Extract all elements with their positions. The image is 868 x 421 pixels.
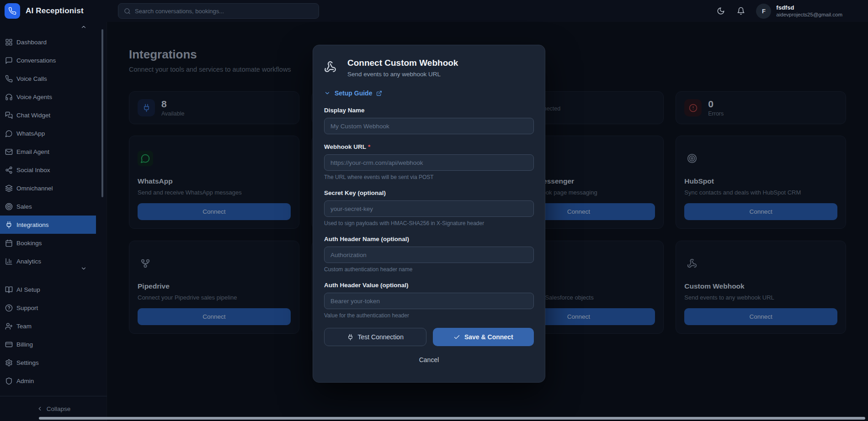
horizontal-scrollbar[interactable] [39, 417, 865, 420]
sidebar-item-label: Social Inbox [16, 167, 50, 174]
calendar-icon [5, 239, 13, 247]
form-group-auth-header-name-optional: Auth Header Name (optional)Custom authen… [324, 236, 534, 273]
form-group-secret-key-optional: Secret Key (optional)Used to sign payloa… [324, 189, 534, 226]
headphones-icon [5, 93, 13, 101]
modal-header: Connect Custom Webhook Send events to an… [324, 58, 534, 78]
bar-chart-icon [5, 258, 13, 265]
user-plus-icon [5, 322, 13, 330]
sidebar-item-label: Email Agent [16, 148, 49, 155]
connect-webhook-modal: Connect Custom Webhook Send events to an… [313, 45, 545, 383]
sidebar-item-label: Voice Agents [16, 94, 52, 100]
sidebar-item-email-agent[interactable]: Email Agent [0, 142, 96, 161]
modal-title: Connect Custom Webhook [347, 58, 458, 68]
plug-icon [5, 221, 13, 229]
sidebar-item-label: Conversations [16, 57, 56, 64]
plug-icon [347, 334, 354, 341]
check-icon [453, 334, 460, 341]
sidebar-item-chat-widget[interactable]: Chat Widget [0, 106, 96, 124]
collapse-label: Collapse [47, 405, 71, 412]
webhook-url-input[interactable] [324, 154, 534, 171]
sidebar-item-label: Sales [16, 203, 32, 210]
phone-icon [5, 75, 13, 83]
sidebar-scroll-down-icon[interactable] [80, 265, 87, 272]
app-title: AI Receptionist [26, 6, 84, 16]
sidebar-item-omnichannel[interactable]: Omnichannel [0, 179, 96, 197]
shield-icon [5, 377, 13, 385]
sidebar-item-label: Chat Widget [16, 112, 50, 119]
chevron-left-icon [37, 405, 43, 412]
cancel-button[interactable]: Cancel [419, 356, 439, 363]
user-menu[interactable]: F fsdfsd aidevprojects25@gmail.com [756, 4, 842, 19]
sidebar-item-label: Team [16, 323, 32, 330]
app-logo [5, 3, 20, 19]
sidebar-item-voice-calls[interactable]: Voice Calls [0, 69, 96, 88]
field-label: Webhook URL* [324, 143, 534, 150]
sidebar-item-whatsapp[interactable]: WhatsApp [0, 124, 96, 142]
top-bar: AI Receptionist F fsdfsd aidevprojects25… [0, 0, 868, 22]
help-circle-icon [5, 304, 13, 312]
user-email: aidevprojects25@gmail.com [776, 11, 842, 18]
collapse-sidebar-button[interactable]: Collapse [0, 402, 107, 416]
sidebar-item-label: Billing [16, 341, 33, 348]
user-name: fsdfsd [776, 4, 842, 11]
sidebar-nav-secondary: AI SetupSupportTeamBillingSettingsAdmin [0, 280, 107, 390]
modal-subtitle: Send events to any webhook URL [347, 71, 458, 78]
form-group-auth-header-value-optional: Auth Header Value (optional)Value for th… [324, 282, 534, 319]
sidebar-item-sales[interactable]: Sales [0, 197, 96, 216]
topbar-actions: F fsdfsd aidevprojects25@gmail.com [716, 0, 842, 22]
phone-icon [8, 7, 16, 15]
sidebar-item-social-inbox[interactable]: Social Inbox [0, 161, 96, 179]
field-label: Auth Header Name (optional) [324, 236, 534, 242]
field-label: Auth Header Value (optional) [324, 282, 534, 289]
field-helper: Value for the authentication header [324, 312, 534, 319]
sidebar-item-admin[interactable]: Admin [0, 372, 96, 390]
share-2-icon [5, 166, 13, 174]
auth-header-value-optional-input[interactable] [324, 293, 534, 309]
gear-icon [5, 359, 13, 367]
secret-key-optional-input[interactable] [324, 200, 534, 217]
sidebar-item-label: Integrations [16, 221, 49, 228]
theme-toggle-button[interactable] [716, 6, 726, 16]
sidebar-item-label: Admin [16, 378, 34, 384]
setup-guide-link[interactable]: Setup Guide [324, 89, 382, 97]
search-input[interactable] [135, 8, 313, 15]
message-square-icon [5, 57, 13, 64]
notifications-button[interactable] [736, 6, 746, 16]
sidebar-item-integrations[interactable]: Integrations [0, 216, 96, 234]
sidebar-item-dashboard[interactable]: Dashboard [0, 33, 96, 51]
sidebar-item-label: Support [16, 305, 38, 311]
layers-icon [5, 184, 13, 192]
sidebar-item-settings[interactable]: Settings [0, 353, 96, 372]
sidebar-item-support[interactable]: Support [0, 299, 96, 317]
layout-grid-icon [5, 38, 13, 46]
sidebar: DashboardConversationsVoice CallsVoice A… [0, 22, 107, 421]
display-name-input[interactable] [324, 118, 534, 134]
sidebar-item-label: WhatsApp [16, 130, 45, 137]
sidebar-item-team[interactable]: Team [0, 317, 96, 335]
bell-icon [737, 7, 745, 15]
target-icon [5, 203, 13, 210]
sidebar-item-label: Settings [16, 359, 39, 366]
test-connection-button[interactable]: Test Connection [324, 328, 426, 346]
sidebar-scroll-up-icon[interactable] [80, 24, 87, 30]
field-label: Secret Key (optional) [324, 189, 534, 196]
field-helper: Used to sign payloads with HMAC-SHA256 i… [324, 220, 534, 226]
sidebar-item-bookings[interactable]: Bookings [0, 234, 96, 252]
sidebar-scrollbar[interactable] [101, 29, 103, 197]
test-connection-label: Test Connection [358, 333, 404, 341]
auth-header-name-optional-input[interactable] [324, 247, 534, 263]
save-connect-button[interactable]: Save & Connect [433, 328, 534, 346]
sidebar-item-ai-setup[interactable]: AI Setup [0, 280, 96, 299]
sidebar-item-label: Omnichannel [16, 185, 53, 192]
sidebar-item-label: Analytics [16, 258, 41, 265]
avatar: F [756, 4, 771, 19]
sidebar-item-label: Bookings [16, 240, 42, 247]
sidebar-nav-main: DashboardConversationsVoice CallsVoice A… [0, 33, 107, 270]
required-asterisk: * [368, 143, 370, 150]
field-helper: Custom authentication header name [324, 266, 534, 273]
sidebar-item-billing[interactable]: Billing [0, 335, 96, 353]
sidebar-item-conversations[interactable]: Conversations [0, 51, 96, 69]
sidebar-item-voice-agents[interactable]: Voice Agents [0, 88, 96, 106]
form-group-display-name: Display Name [324, 107, 534, 134]
setup-guide-label: Setup Guide [335, 89, 372, 97]
